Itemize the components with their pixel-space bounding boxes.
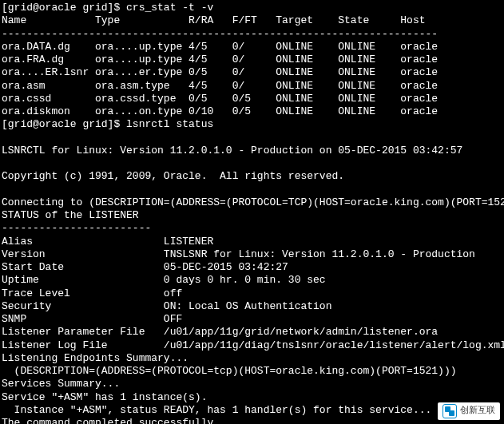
listener-param-file: Listener Parameter File /u01/app/11g/gri… xyxy=(2,326,438,338)
separator: ------------------------ xyxy=(2,222,151,234)
listener-trace-level: Trace Level off xyxy=(2,287,182,299)
copyright: Copyright (c) 1991, 2009, Oracle. All ri… xyxy=(2,170,344,182)
completed-line: The command completed successfully xyxy=(2,417,213,424)
table-header: Name Type R/RA F/FT Target State Host xyxy=(2,14,426,26)
status-header: STATUS of the LISTENER xyxy=(2,209,139,221)
table-row: ora.DATA.dg ora....up.type 4/5 0/ ONLINE… xyxy=(2,41,438,53)
logo-text: 创新互联 xyxy=(460,406,495,417)
listener-log-file: Listener Log File /u01/app/11g/diag/tnsl… xyxy=(2,339,504,351)
listener-version: Version TNSLSNR for Linux: Version 11.2.… xyxy=(2,248,475,260)
table-row: ora.cssd ora.cssd.type 0/5 0/5 ONLINE ON… xyxy=(2,93,438,105)
service-line: Service "+ASM" has 1 instance(s). xyxy=(2,391,207,403)
listener-start-date: Start Date 05-DEC-2015 03:42:27 xyxy=(2,261,288,273)
listener-alias: Alias LISTENER xyxy=(2,236,213,248)
table-row: ora.diskmon ora....on.type 0/10 0/5 ONLI… xyxy=(2,105,438,117)
prompt-line: [grid@oracle grid]$ lsnrctl status xyxy=(2,118,213,130)
listener-security: Security ON: Local OS Authentication xyxy=(2,300,331,312)
connecting-line: Connecting to (DESCRIPTION=(ADDRESS=(PRO… xyxy=(2,196,504,208)
logo-icon xyxy=(442,404,457,418)
lsnrctl-banner: LSNRCTL for Linux: Version 11.2.0.1.0 - … xyxy=(2,145,462,157)
separator: ----------------------------------------… xyxy=(2,28,438,40)
watermark-logo: 创新互联 xyxy=(438,402,500,420)
terminal-output: [grid@oracle grid]$ crs_stat -t -v Name … xyxy=(2,2,502,424)
instance-line: Instance "+ASM", status READY, has 1 han… xyxy=(2,404,431,416)
services-summary: Services Summary... xyxy=(2,378,120,390)
table-row: ora.FRA.dg ora....up.type 4/5 0/ ONLINE … xyxy=(2,53,438,65)
table-row: ora....ER.lsnr ora....er.type 0/5 0/ ONL… xyxy=(2,66,438,78)
endpoints-summary: Listening Endpoints Summary... xyxy=(2,352,189,364)
listener-uptime: Uptime 0 days 0 hr. 0 min. 30 sec xyxy=(2,274,326,286)
table-row: ora.asm ora.asm.type 4/5 0/ ONLINE ONLIN… xyxy=(2,80,438,92)
prompt-line: [grid@oracle grid]$ crs_stat -t -v xyxy=(2,2,213,14)
listener-snmp: SNMP OFF xyxy=(2,313,182,325)
endpoint-description: (DESCRIPTION=(ADDRESS=(PROTOCOL=tcp)(HOS… xyxy=(2,365,457,377)
